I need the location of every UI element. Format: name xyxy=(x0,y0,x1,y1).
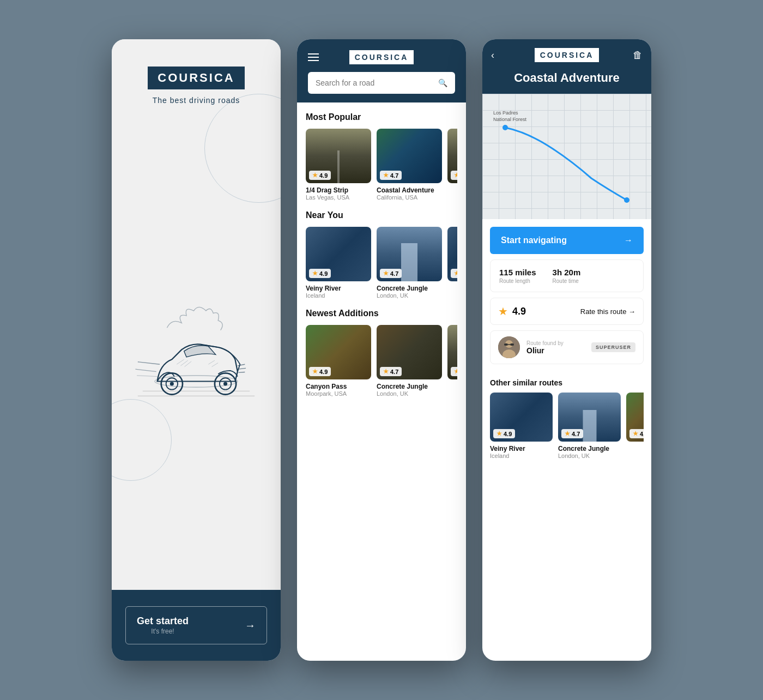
rating-badge: ★ 4.7 xyxy=(380,171,402,180)
rating-badge: ★ 4. xyxy=(451,367,457,376)
star-icon: ★ xyxy=(498,305,508,318)
card-location: London, UK xyxy=(377,292,442,299)
star-icon: ★ xyxy=(312,172,318,179)
rating-value: 4.9 xyxy=(319,369,328,375)
hamburger-icon[interactable] xyxy=(308,53,319,61)
screen3: ‹ COURSICA 🗑 Coastal Adventure Los Padre… xyxy=(482,39,651,661)
similar-card-image: ★ 4.9 xyxy=(490,393,553,442)
rating-badge: ★ 4. xyxy=(451,171,457,180)
popular-cards-row: ★ 4.9 1/4 Drag Strip Las Vegas, USA ★ 4.… xyxy=(306,129,457,201)
start-nav-label: Start navigating xyxy=(501,236,567,245)
screen2-phone: COURSICA 🔍 Most Popular ★ 4.9 xyxy=(297,39,466,661)
list-item[interactable]: ★ 4.9 Veiny River Iceland xyxy=(306,227,371,299)
card-location: Iceland xyxy=(306,292,371,299)
card-name: Canyon Pass xyxy=(306,383,371,390)
card-location: Iceland xyxy=(490,452,553,459)
star-icon: ★ xyxy=(383,270,389,277)
card-location: Las Vegas, USA xyxy=(306,194,371,201)
rating-value: 4. xyxy=(640,431,644,437)
rating-value: 4.7 xyxy=(572,431,580,437)
rating-value: 4.9 xyxy=(504,431,512,437)
user-name: Oliur xyxy=(526,346,585,355)
list-item[interactable]: ★ 4.9 Veiny River Iceland xyxy=(490,393,553,459)
screen1: COURSICA The best driving roads xyxy=(112,39,281,661)
svg-point-21 xyxy=(624,197,629,203)
card-image-partial: ★ 4. xyxy=(447,325,457,379)
screen1-bottom: Get started It's free! → xyxy=(112,590,281,661)
map-container: Los Padres National Forest xyxy=(482,94,651,219)
list-item[interactable]: ★ 4.7 Concrete Jungle London, UK xyxy=(377,325,442,397)
list-item[interactable]: ★ 4.9 Canyon Pass Moorpark, USA xyxy=(306,325,371,397)
route-stats: 115 miles Route length 3h 20m Route time xyxy=(490,260,644,292)
screen3-header: ‹ COURSICA 🗑 xyxy=(482,39,651,71)
card-image: ★ 4.7 xyxy=(377,325,442,379)
similar-cards-row: ★ 4.9 Veiny River Iceland ★ 4.7 xyxy=(490,393,644,459)
rating-value: 4.9 xyxy=(319,172,328,179)
car-sketch-svg xyxy=(128,271,264,424)
svg-line-9 xyxy=(138,362,160,364)
route-rating: 4.9 xyxy=(512,306,526,317)
hamburger-line xyxy=(308,57,319,58)
list-item[interactable]: ★ 4.7 Concrete Jungle London, UK xyxy=(558,393,621,459)
arrow-icon: → xyxy=(245,619,256,632)
similar-card-image: ★ 4.7 xyxy=(558,393,621,442)
superuser-badge: SUPERUSER xyxy=(591,342,635,352)
list-item-partial[interactable]: ★ 4. xyxy=(447,129,457,201)
list-item-partial[interactable]: ★ 4. xyxy=(447,227,457,299)
card-name: Veiny River xyxy=(306,285,371,292)
screen1-tagline: The best driving roads xyxy=(153,96,240,105)
user-row: Route found by Oliur SUPERUSER xyxy=(490,330,644,364)
header-logo: COURSICA xyxy=(349,50,414,64)
start-nav-arrow: → xyxy=(624,236,633,245)
list-item[interactable]: ★ 4.7 Coastal Adventure California, USA xyxy=(377,129,442,201)
route-title: Coastal Adventure xyxy=(492,71,641,85)
rate-this-route-link[interactable]: Rate this route → xyxy=(580,307,635,316)
section-title-newest: Newest Additions xyxy=(306,309,457,318)
star-icon: ★ xyxy=(454,172,457,179)
get-started-button[interactable]: Get started It's free! → xyxy=(125,606,267,644)
stat-time: 3h 20m Route time xyxy=(553,268,581,284)
nav-panel: Start navigating → 115 miles Route lengt… xyxy=(482,219,651,372)
star-icon: ★ xyxy=(312,270,318,277)
star-icon: ★ xyxy=(312,368,318,375)
rating-badge: ★ 4.9 xyxy=(493,429,515,438)
cta-title: Get started xyxy=(137,615,189,627)
search-icon: 🔍 xyxy=(438,79,447,87)
screen1-phone: COURSICA The best driving roads xyxy=(112,39,281,661)
star-icon: ★ xyxy=(633,430,638,437)
list-item[interactable]: ★ 4.7 Concrete Jungle London, UK xyxy=(377,227,442,299)
card-name: Veiny River xyxy=(490,445,553,452)
section-title-popular: Most Popular xyxy=(306,112,457,122)
start-navigating-button[interactable]: Start navigating → xyxy=(490,227,644,254)
svg-line-12 xyxy=(238,364,245,366)
user-info: Route found by Oliur xyxy=(526,340,585,355)
rating-badge: ★ 4. xyxy=(451,269,457,278)
list-item[interactable]: ★ 4.9 1/4 Drag Strip Las Vegas, USA xyxy=(306,129,371,201)
header-logo: COURSICA xyxy=(535,48,600,62)
svg-line-19 xyxy=(212,363,219,367)
rating-value: 4.7 xyxy=(390,172,398,179)
screen1-top: COURSICA The best driving roads xyxy=(112,39,281,590)
route-title-bar: Coastal Adventure xyxy=(482,71,651,94)
time-value: 3h 20m xyxy=(553,268,581,277)
miles-value: 115 miles xyxy=(499,268,536,277)
list-item-partial[interactable]: ★ 4. xyxy=(447,325,457,397)
search-bar[interactable]: 🔍 xyxy=(308,72,455,94)
rating-badge: ★ 4.9 xyxy=(309,171,331,180)
avatar-svg xyxy=(498,336,520,358)
similar-section: Other similar routes ★ 4.9 Veiny River I… xyxy=(482,372,651,466)
trash-icon[interactable]: 🗑 xyxy=(633,50,643,61)
card-name: Concrete Jungle xyxy=(377,383,442,390)
card-name: Concrete Jungle xyxy=(558,445,621,452)
hamburger-line xyxy=(308,60,319,61)
search-input[interactable] xyxy=(316,79,433,87)
back-button[interactable]: ‹ xyxy=(491,50,494,61)
building-shape xyxy=(583,410,596,442)
svg-line-14 xyxy=(239,372,245,373)
list-item-partial[interactable]: ★ 4. xyxy=(626,393,644,459)
star-icon: ★ xyxy=(454,270,457,277)
screen2-header: COURSICA 🔍 xyxy=(297,39,466,102)
miles-label: Route length xyxy=(499,278,536,284)
svg-line-13 xyxy=(238,368,246,369)
screen2: COURSICA 🔍 Most Popular ★ 4.9 xyxy=(297,39,466,661)
